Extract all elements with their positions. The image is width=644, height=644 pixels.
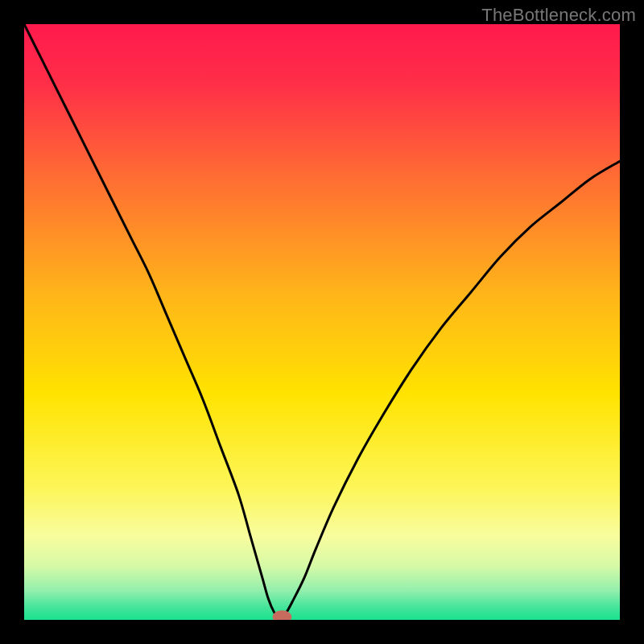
bottleneck-chart (24, 24, 620, 620)
attribution-text: TheBottleneck.com (481, 5, 636, 26)
gradient-background (24, 24, 620, 620)
chart-frame: TheBottleneck.com (0, 0, 644, 644)
plot-area (24, 24, 620, 620)
